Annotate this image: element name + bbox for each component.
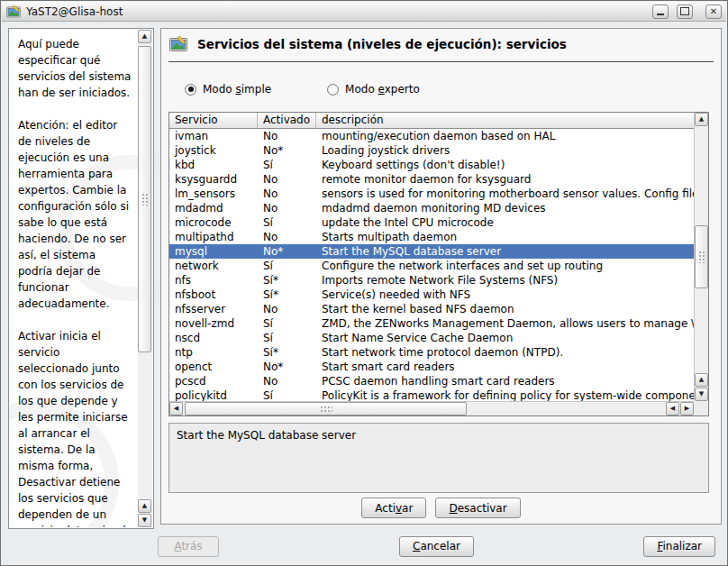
scroll-up-icon[interactable] bbox=[695, 113, 708, 126]
scroll-down-icon[interactable] bbox=[695, 388, 708, 401]
scroll-right-icon[interactable] bbox=[680, 402, 694, 415]
cell-activado: Sí bbox=[258, 331, 316, 345]
cell-descripcion: Start smart card readers bbox=[316, 360, 694, 374]
help-text: Aquí puede especificar qué servicios del… bbox=[10, 30, 137, 527]
cell-activado: Sí bbox=[258, 259, 316, 273]
cell-service: multipathd bbox=[169, 230, 258, 244]
cell-activado: Sí bbox=[258, 215, 316, 230]
cell-activado: No bbox=[258, 187, 316, 201]
cell-activado: No bbox=[258, 201, 316, 215]
cell-activado: Sí bbox=[258, 158, 316, 172]
help-scrollbar[interactable] bbox=[138, 30, 152, 527]
scroll-left-icon[interactable] bbox=[666, 402, 679, 415]
table-row[interactable]: multipathd No Starts multipath daemon bbox=[169, 230, 694, 244]
page-header: Servicios del sistema (niveles de ejecuc… bbox=[168, 35, 567, 53]
cell-activado: No bbox=[258, 129, 316, 143]
scroll-up-icon[interactable] bbox=[138, 499, 151, 513]
table-row[interactable]: kbd Sí Keyboard settings (don't disable!… bbox=[169, 158, 694, 172]
cell-descripcion: Keyboard settings (don't disable!) bbox=[316, 158, 694, 172]
cell-descripcion: mdadmd daemon monitoring MD devices bbox=[316, 201, 694, 215]
scroll-left-icon[interactable] bbox=[169, 402, 183, 415]
cell-service: ivman bbox=[169, 129, 258, 143]
column-header-activado[interactable]: Activado bbox=[258, 113, 316, 129]
scroll-down-icon[interactable] bbox=[138, 514, 151, 527]
cell-descripcion: Start the kernel based NFS daemon bbox=[316, 302, 694, 316]
radio-label: Modo simple bbox=[203, 83, 271, 96]
cell-activado: No* bbox=[258, 143, 316, 158]
cell-activado: No bbox=[258, 172, 316, 187]
activar-button[interactable]: Activar bbox=[361, 498, 426, 518]
cell-descripcion: update the Intel CPU microcode bbox=[316, 215, 694, 230]
cell-descripcion: Configure the network interfaces and set… bbox=[316, 259, 694, 273]
scroll-up-icon[interactable] bbox=[138, 30, 151, 43]
cell-activado: Sí bbox=[258, 316, 316, 331]
cell-descripcion: Starts multipath daemon bbox=[316, 230, 694, 244]
table-hscrollbar[interactable] bbox=[169, 401, 694, 415]
finalizar-button[interactable]: Finalizar bbox=[643, 536, 715, 557]
radio-unselected-icon bbox=[327, 84, 339, 96]
table-row[interactable]: mdadmd No mdadmd daemon monitoring MD de… bbox=[169, 201, 694, 215]
table-row[interactable]: joystick No* Loading joystick drivers bbox=[169, 143, 694, 158]
table-row[interactable]: nfsboot Sí* Service(s) needed with NFS bbox=[169, 288, 694, 302]
cell-service: mdadmd bbox=[169, 201, 258, 215]
cell-descripcion: Start Name Service Cache Daemon bbox=[316, 331, 694, 345]
close-button[interactable] bbox=[705, 5, 722, 19]
help-paragraph: Aquí puede especificar qué servicios del… bbox=[18, 36, 133, 101]
scroll-up-icon[interactable] bbox=[695, 373, 708, 387]
radio-modo-experto[interactable]: Modo experto bbox=[327, 83, 420, 96]
table-row[interactable]: nfsserver No Start the kernel based NFS … bbox=[169, 302, 694, 316]
table-row[interactable]: lm_sensors No sensors is used for monito… bbox=[169, 187, 694, 201]
cell-service: network bbox=[169, 259, 258, 273]
cell-descripcion: mounting/execution daemon based on HAL bbox=[316, 129, 694, 143]
table-body: ivman No mounting/execution daemon based… bbox=[169, 129, 694, 401]
cell-service: novell-zmd bbox=[169, 316, 258, 331]
column-header-descripcion[interactable]: descripción bbox=[316, 113, 694, 129]
table-vscroll-thumb[interactable] bbox=[695, 225, 708, 288]
cell-activado: No* bbox=[258, 360, 316, 374]
cell-activado: Sí* bbox=[258, 273, 316, 288]
cell-service: policykitd bbox=[169, 388, 258, 401]
cell-descripcion: Start the MySQL database server bbox=[316, 244, 694, 259]
yast-app-icon bbox=[6, 5, 21, 19]
cell-service: nfsserver bbox=[169, 302, 258, 316]
column-header-servicio[interactable]: Servicio bbox=[169, 113, 258, 129]
table-row[interactable]: ntp Sí* Start network time protocol daem… bbox=[169, 345, 694, 360]
cell-descripcion: Start network time protocol daemon (NTPD… bbox=[316, 345, 694, 360]
table-row[interactable]: microcode Sí update the Intel CPU microc… bbox=[169, 215, 694, 230]
cell-activado: No bbox=[258, 374, 316, 388]
help-scrollbar-thumb[interactable] bbox=[138, 46, 151, 352]
wizard-footer: Atrás Cancelar Finalizar bbox=[158, 535, 715, 557]
table-row[interactable]: pcscd No PCSC daemon handling smart card… bbox=[169, 374, 694, 388]
table-row[interactable]: mysql No* Start the MySQL database serve… bbox=[169, 244, 694, 259]
cell-activado: Sí bbox=[258, 388, 316, 401]
cell-descripcion: ZMD, the ZENworks Management Daemon, all… bbox=[316, 316, 694, 331]
table-row[interactable]: nfs Sí* Imports remote Network File Syst… bbox=[169, 273, 694, 288]
cell-service: mysql bbox=[169, 244, 258, 259]
atras-button: Atrás bbox=[158, 536, 219, 557]
table-row[interactable]: ivman No mounting/execution daemon based… bbox=[169, 129, 694, 143]
table-hscroll-thumb[interactable] bbox=[185, 402, 467, 415]
scrollbar-corner bbox=[694, 401, 708, 415]
cell-service: openct bbox=[169, 360, 258, 374]
help-panel: Aquí puede especificar qué servicios del… bbox=[8, 28, 154, 529]
cell-service: nfs bbox=[169, 273, 258, 288]
services-table: Servicio Activado descripción ivman No m… bbox=[168, 112, 709, 416]
runlevel-editor-icon bbox=[168, 35, 188, 53]
table-vscrollbar[interactable] bbox=[694, 113, 708, 401]
desactivar-button[interactable]: Desactivar bbox=[435, 498, 520, 518]
table-row[interactable]: network Sí Configure the network interfa… bbox=[169, 259, 694, 273]
maximize-button[interactable] bbox=[677, 5, 693, 19]
cancelar-button[interactable]: Cancelar bbox=[399, 536, 474, 557]
minimize-button[interactable] bbox=[652, 5, 669, 19]
table-row[interactable]: nscd Sí Start Name Service Cache Daemon bbox=[169, 331, 694, 345]
radio-modo-simple[interactable]: Modo simple bbox=[185, 83, 271, 96]
table-row[interactable]: policykitd Sí PolicyKit is a framework f… bbox=[169, 388, 694, 401]
cell-service: lm_sensors bbox=[169, 187, 258, 201]
cell-descripcion: Service(s) needed with NFS bbox=[316, 288, 694, 302]
page-title: Servicios del sistema (niveles de ejecuc… bbox=[197, 37, 567, 51]
cell-descripcion: PCSC daemon handling smart card readers bbox=[316, 374, 694, 388]
table-row[interactable]: novell-zmd Sí ZMD, the ZENworks Manageme… bbox=[169, 316, 694, 331]
table-row[interactable]: openct No* Start smart card readers bbox=[169, 360, 694, 374]
cell-service: nscd bbox=[169, 331, 258, 345]
table-row[interactable]: ksysguardd No remote monitor daemon for … bbox=[169, 172, 694, 187]
